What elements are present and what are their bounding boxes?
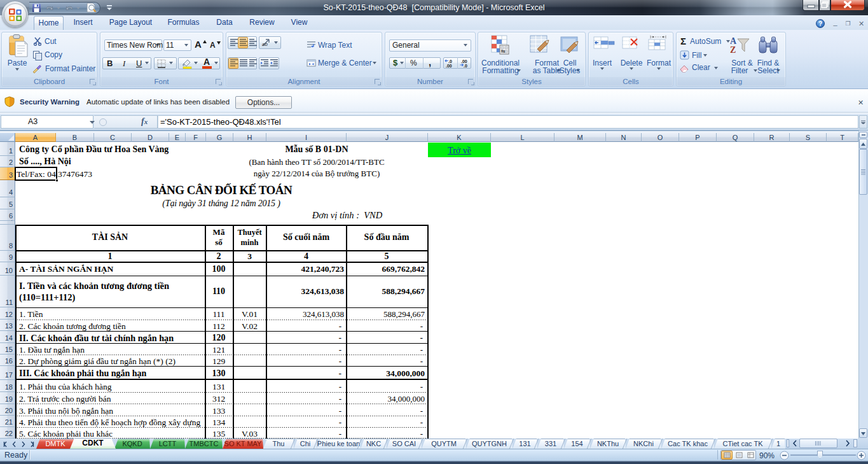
svg-text:Z: Z bbox=[730, 45, 736, 55]
svg-text:⇆: ⇆ bbox=[501, 48, 506, 54]
svg-text:.0: .0 bbox=[464, 64, 467, 68]
svg-text:.00: .00 bbox=[446, 64, 452, 68]
svg-text:A: A bbox=[730, 36, 737, 46]
svg-text:ab: ab bbox=[262, 41, 268, 47]
